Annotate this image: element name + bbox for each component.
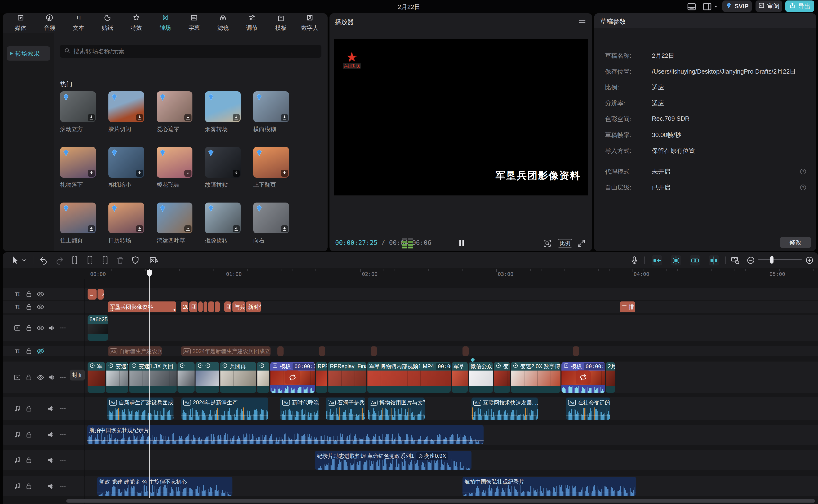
download-icon[interactable] — [233, 170, 240, 177]
zoom-out-icon[interactable] — [746, 255, 756, 265]
video-clip[interactable]: 变速1.3X 兵团 — [129, 362, 177, 393]
preview-quality-icon[interactable] — [542, 239, 552, 248]
music-clip[interactable]: 航拍中国恢弘壮观纪录片 — [462, 477, 636, 496]
note-icon[interactable] — [13, 431, 21, 439]
lock-icon[interactable] — [25, 405, 33, 413]
transition-thumbnail[interactable] — [253, 91, 289, 122]
tab-sticker[interactable]: 贴纸 — [93, 14, 122, 32]
svip-button[interactable]: SVIP — [722, 0, 752, 12]
transition-card[interactable]: 往上翻页 — [60, 203, 96, 244]
transition-card[interactable]: 故障拼贴 — [205, 147, 241, 189]
transition-thumbnail[interactable] — [60, 203, 96, 233]
zoom-slider-knob[interactable] — [770, 256, 774, 264]
playhead-line[interactable] — [149, 269, 150, 498]
help-icon[interactable]: ? — [800, 184, 807, 191]
eye-icon[interactable] — [36, 324, 44, 332]
video-icon[interactable] — [13, 324, 21, 332]
tts-audio-clip[interactable]: Aa博物馆用图片与文字的 — [368, 398, 425, 420]
subtitle-clip[interactable] — [462, 346, 469, 356]
mic-icon[interactable] — [629, 255, 640, 265]
lock-icon[interactable] — [25, 290, 33, 298]
dots-icon[interactable] — [59, 405, 67, 413]
music-clip[interactable]: 纪录片励志进取辉煌 革命红色党政系列1变速0.9X — [315, 451, 471, 470]
text-clip[interactable]: 军垦兵团影像资料→◂ — [108, 301, 176, 312]
text-clip[interactable]: 新时代 — [246, 301, 261, 312]
text-clip[interactable] — [198, 301, 203, 312]
download-icon[interactable] — [88, 225, 95, 232]
lock-icon[interactable] — [25, 482, 33, 490]
split-right-icon[interactable] — [100, 255, 110, 265]
eye-icon[interactable] — [36, 303, 44, 311]
transition-card[interactable]: 相机缩小 — [108, 147, 144, 189]
download-icon[interactable] — [281, 114, 288, 121]
ruler-zoom-icon[interactable] — [730, 255, 740, 265]
snap-icon[interactable] — [652, 255, 662, 265]
subtitle-clip[interactable]: Aa自新疆生产建设兵团 — [108, 346, 162, 356]
subtitle-clip[interactable] — [319, 346, 325, 356]
transition-thumbnail[interactable] — [205, 147, 241, 178]
video-clip[interactable]: 变 — [494, 362, 510, 393]
transition-thumbnail[interactable] — [157, 203, 192, 233]
help-icon[interactable]: ? — [800, 168, 807, 175]
transition-card[interactable]: 抠像旋转 — [205, 203, 241, 244]
download-icon[interactable] — [88, 114, 95, 121]
video-clip[interactable] — [196, 362, 219, 393]
tab-template[interactable]: 模板 — [267, 14, 295, 32]
transition-card[interactable]: 爱心遮罩 — [157, 91, 192, 133]
lock-icon[interactable] — [25, 324, 33, 332]
tab-filter[interactable]: 滤镜 — [209, 14, 237, 32]
cover-button[interactable]: 封面 — [70, 370, 85, 380]
tab-transition[interactable]: 转场 — [151, 14, 180, 32]
category-transition-effects[interactable]: 转场效果 — [7, 46, 50, 61]
transition-card[interactable]: 滚动立方 — [60, 91, 96, 133]
tts-audio-clip[interactable]: Aa新时代呼唤红 — [280, 398, 319, 420]
mask-icon[interactable] — [130, 255, 141, 265]
video-clip[interactable]: 变速2.0X 数字博 — [511, 362, 560, 393]
mirror-split-icon[interactable] — [709, 255, 719, 265]
eye-off-icon[interactable] — [36, 347, 44, 355]
subtitle-clip[interactable] — [277, 346, 284, 356]
lock-icon[interactable] — [25, 373, 33, 381]
transition-thumbnail[interactable] — [108, 147, 144, 178]
text-clip[interactable] — [215, 301, 220, 312]
video-clip[interactable] — [178, 362, 195, 393]
tab-avatar[interactable]: 数字人 — [295, 14, 324, 32]
dots-icon[interactable] — [59, 456, 67, 464]
note-icon[interactable] — [13, 482, 21, 490]
tts-audio-clip[interactable]: Aa2024年是新疆生产... — [181, 398, 268, 420]
text-clip[interactable]: 20 — [181, 301, 188, 312]
player-menu-icon[interactable] — [578, 18, 587, 26]
tab-media[interactable]: 媒体 — [6, 14, 35, 32]
video-preview[interactable]: ★ 兵团卫视 军垦兵团影像资料 — [334, 39, 588, 195]
note-icon[interactable] — [13, 456, 21, 464]
download-icon[interactable] — [233, 225, 240, 232]
dots-icon[interactable] — [59, 431, 67, 439]
pointer-icon[interactable] — [9, 255, 20, 265]
tts-audio-clip[interactable]: Aa在社会变迁的背 — [566, 398, 610, 420]
video-clip[interactable]: RPF — [316, 362, 327, 393]
tab-text[interactable]: TI 文本 — [64, 14, 93, 32]
timeline-zoom-slider[interactable] — [758, 259, 802, 260]
transition-thumbnail[interactable] — [108, 203, 144, 233]
speaker-icon[interactable] — [48, 324, 56, 332]
text-clip[interactable]: 团队 — [224, 301, 231, 312]
video-clip[interactable]: 兵团再 — [220, 362, 256, 393]
speaker-icon[interactable] — [47, 431, 55, 439]
note-icon[interactable] — [13, 405, 21, 413]
video-clip[interactable]: 微信公众 — [469, 362, 493, 393]
transition-card[interactable]: 樱花飞舞 — [157, 147, 192, 189]
transition-thumbnail[interactable] — [60, 147, 96, 178]
eye-icon[interactable] — [36, 290, 44, 298]
video-clip[interactable]: 军垦 — [452, 362, 468, 393]
speaker-icon[interactable] — [47, 405, 55, 413]
text-clip[interactable]: 与兵团 — [232, 301, 245, 312]
subtitle-clip[interactable]: Aa2024年是新疆生产建设兵团成立七十周 — [181, 346, 271, 356]
text-clip[interactable]: 排 — [620, 301, 635, 312]
text-clip[interactable] — [204, 301, 207, 312]
music-clip[interactable]: 航拍中国恢弘壮观纪录片 — [87, 425, 484, 444]
download-icon[interactable] — [136, 225, 143, 232]
dots-icon[interactable] — [59, 373, 67, 381]
link-icon[interactable] — [690, 255, 700, 265]
text-icon[interactable]: TI — [13, 303, 21, 311]
template-clip[interactable]: 模板00:00:2 — [561, 362, 605, 393]
